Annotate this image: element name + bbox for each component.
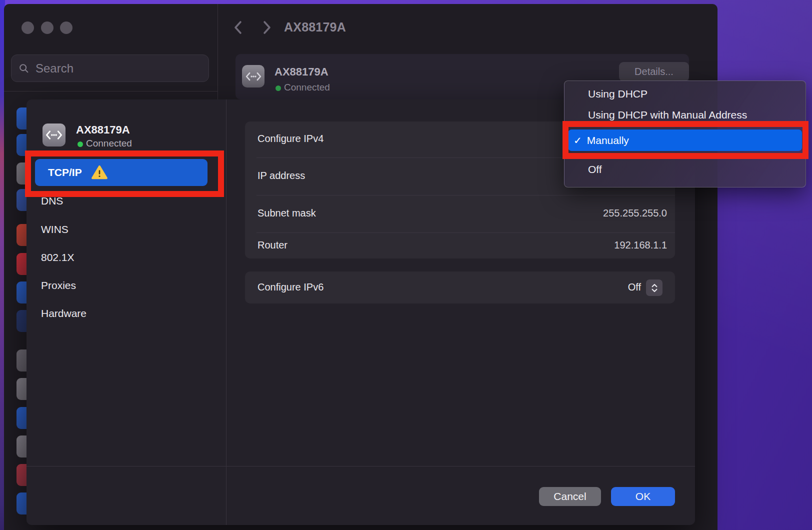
search-field[interactable] (11, 54, 209, 82)
annotation-red-box-manually (562, 121, 808, 159)
router-value[interactable]: 192.168.1.1 (450, 240, 667, 251)
traffic-light-close-button[interactable] (22, 22, 34, 34)
ip-address-label: IP address (258, 170, 305, 182)
sheet-sidebar-divider (226, 100, 226, 525)
router-label: Router (258, 240, 288, 251)
ipv6-popup-value[interactable]: Off (475, 282, 641, 293)
sheet-device-name: AX88179A (76, 124, 130, 136)
search-input[interactable] (36, 62, 202, 76)
menu-item-using-dhcp-manual-address[interactable]: Using DHCP with Manual Address (588, 109, 747, 121)
subnet-mask-label: Subnet mask (258, 208, 316, 219)
connected-status-dot (78, 142, 83, 147)
ethernet-adapter-icon (242, 65, 264, 88)
ethernet-adapter-icon (42, 124, 66, 146)
row-divider (256, 232, 675, 233)
desktop: AX88179A AX88179A Connected Details... A… (0, 0, 812, 530)
forward-button[interactable] (260, 20, 273, 35)
page-title: AX88179A (284, 20, 346, 34)
footer-divider (26, 466, 695, 466)
menu-item-using-dhcp[interactable]: Using DHCP (588, 88, 648, 100)
sidebar-item-8021x[interactable]: 802.1X (41, 252, 74, 264)
menu-item-off[interactable]: Off (588, 164, 602, 176)
search-icon (18, 63, 30, 74)
ok-button[interactable]: OK (611, 487, 675, 506)
window-sidebar-divider (218, 4, 218, 100)
up-down-chevrons-icon (648, 282, 661, 294)
connected-status-dot (276, 86, 281, 91)
traffic-light-zoom-button[interactable] (60, 22, 72, 34)
sidebar-header-divider (4, 91, 218, 92)
configure-ipv4-label: Configure IPv4 (258, 133, 324, 144)
ipv6-popup-stepper[interactable] (646, 280, 662, 296)
sidebar-item-proxies[interactable]: Proxies (41, 280, 76, 292)
configure-ipv6-label: Configure IPv6 (258, 282, 324, 293)
annotation-red-box-tcpip (25, 150, 224, 197)
sidebar-item-wins[interactable]: WINS (41, 224, 68, 236)
sidebar-item-hardware[interactable]: Hardware (41, 308, 86, 320)
back-button[interactable] (232, 20, 245, 35)
card-device-name: AX88179A (274, 66, 328, 78)
details-button[interactable]: Details... (619, 62, 689, 82)
sheet-status-label: Connected (86, 138, 132, 149)
subnet-mask-value[interactable]: 255.255.255.0 (450, 208, 667, 219)
card-status-label: Connected (284, 82, 330, 93)
row-divider (256, 195, 675, 196)
traffic-light-minimize-button[interactable] (41, 22, 54, 34)
cancel-button[interactable]: Cancel (539, 487, 601, 506)
